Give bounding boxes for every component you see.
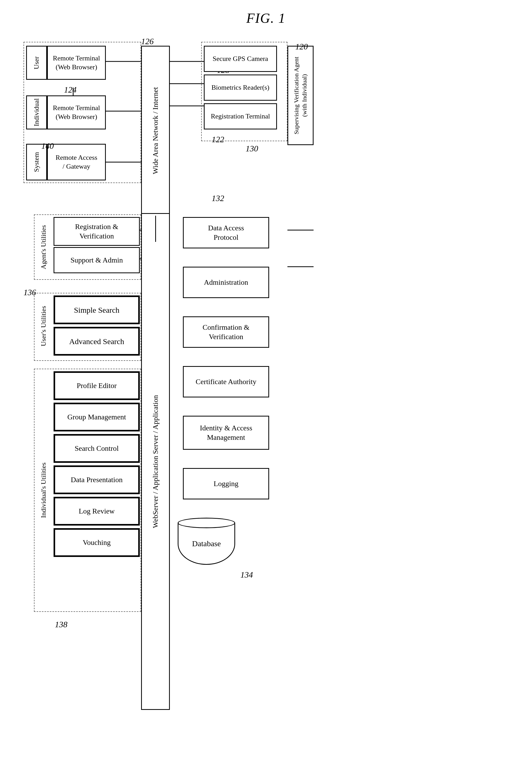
ref-126: 126 — [141, 37, 154, 46]
right-cluster-dashed — [201, 42, 287, 141]
data-access-protocol-box: Data AccessProtocol — [183, 217, 269, 248]
webserver-bar: WebServer / Application Server / Applica… — [141, 213, 170, 710]
line-wan-server — [155, 216, 156, 242]
ref-132: 132 — [212, 193, 224, 203]
support-admin-box: Support & Admin — [54, 247, 140, 273]
simple-search-box: Simple Search — [54, 295, 140, 324]
individuals-utilities-label: Individual's Utilities — [34, 371, 53, 609]
ref-120: 120 — [295, 42, 308, 51]
identity-access-management-box: Identity & AccessManagement — [183, 416, 269, 450]
confirmation-verification-box: Confirmation &Verification — [183, 316, 269, 348]
db-top — [178, 518, 235, 528]
wan-bar: Wide Area Network / Internet — [141, 46, 170, 216]
database-label: Database — [192, 539, 221, 548]
certificate-authority-box: Certificate Authority — [183, 366, 269, 398]
supervising-label: Supervising Verification Agent (with Ind… — [292, 57, 309, 134]
db-body: Database — [178, 523, 235, 565]
profile-editor-box: Profile Editor — [54, 371, 140, 400]
database-cylinder: Database — [178, 518, 235, 565]
ref-138: 138 — [55, 620, 67, 629]
agents-utilities-label: Agent's Utilities — [34, 217, 53, 277]
webserver-label: WebServer / Application Server / Applica… — [151, 395, 160, 528]
administration-box: Administration — [183, 267, 269, 298]
supervising-verification-agent-box: Supervising Verification Agent (with Ind… — [287, 46, 314, 145]
group-management-box: Group Management — [54, 403, 140, 432]
left-cluster-dashed — [24, 42, 141, 183]
ref-130: 130 — [246, 144, 258, 153]
logging-box: Logging — [183, 468, 269, 500]
ref-134: 134 — [240, 570, 253, 580]
advanced-search-box: Advanced Search — [54, 327, 140, 355]
vouching-box: Vouching — [54, 528, 140, 557]
wan-label: Wide Area Network / Internet — [151, 87, 160, 174]
users-utilities-label: User's Utilities — [34, 294, 53, 358]
search-control-box: Search Control — [54, 434, 140, 463]
page-title: FIG. 1 — [0, 10, 532, 26]
data-presentation-box: Data Presentation — [54, 466, 140, 494]
log-review-box: Log Review — [54, 497, 140, 526]
registration-verification-box: Registration &Verification — [54, 217, 140, 246]
